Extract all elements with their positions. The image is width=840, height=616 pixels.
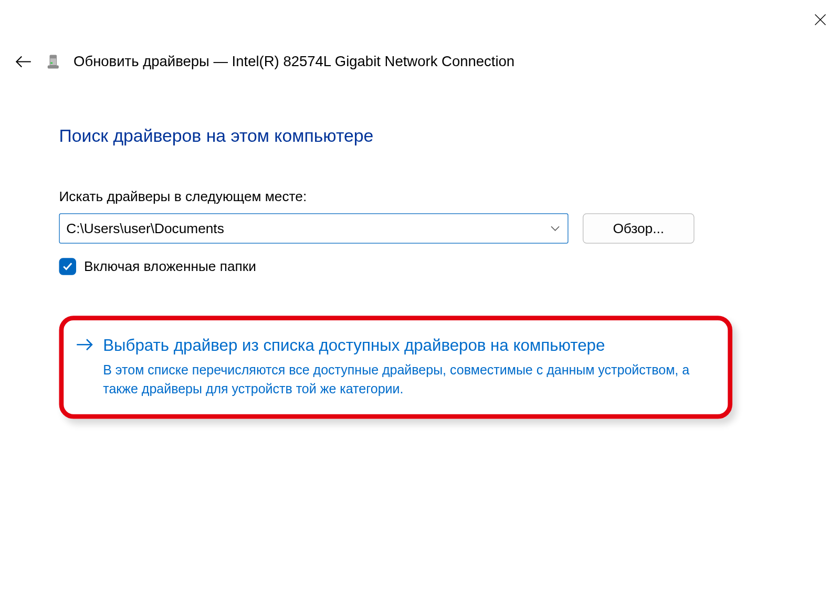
svg-rect-6 <box>48 66 58 68</box>
chevron-down-icon <box>548 225 563 232</box>
back-button[interactable] <box>15 53 33 71</box>
close-button[interactable] <box>810 9 831 30</box>
checkmark-icon <box>62 262 73 272</box>
wizard-header: Обновить драйверы — Intel(R) 82574L Giga… <box>0 46 840 78</box>
pick-from-list-option[interactable]: Выбрать драйвер из списка доступных драй… <box>59 316 733 419</box>
option-description: В этом списке перечисляются все доступны… <box>103 360 719 399</box>
arrow-right-icon <box>76 338 94 352</box>
browse-button[interactable]: Обзор... <box>583 213 695 244</box>
driver-path-combobox[interactable]: C:\Users\user\Documents <box>59 213 569 244</box>
search-location-label: Искать драйверы в следующем месте: <box>59 189 781 204</box>
close-icon <box>814 14 826 26</box>
svg-rect-5 <box>50 62 52 64</box>
svg-rect-4 <box>50 55 57 58</box>
device-icon <box>46 55 61 69</box>
page-heading: Поиск драйверов на этом компьютере <box>59 126 781 147</box>
driver-path-value: C:\Users\user\Documents <box>66 221 548 236</box>
option-title: Выбрать драйвер из списка доступных драй… <box>103 333 719 357</box>
include-subfolders-label: Включая вложенные папки <box>84 259 256 275</box>
wizard-title: Обновить драйверы — Intel(R) 82574L Giga… <box>74 53 514 70</box>
include-subfolders-checkbox[interactable] <box>59 258 77 275</box>
arrow-left-icon <box>15 55 33 68</box>
